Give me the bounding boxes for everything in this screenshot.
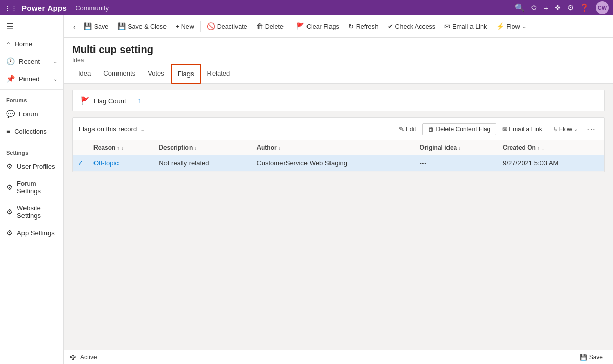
tab-votes[interactable]: Votes	[142, 64, 171, 83]
command-bar: ‹ 💾 Save 💾 Save & Close + New 🚫 Deactiva…	[64, 15, 613, 38]
avatar[interactable]: CW	[596, 1, 609, 14]
top-nav: ⋮⋮ Power Apps Community 🔍 ✩ + ❖ ⚙ ❓ CW	[0, 0, 613, 15]
tabs: Idea Comments Votes Flags Related	[64, 64, 613, 84]
separator-2	[290, 21, 290, 32]
description-sort-icon: ↓	[194, 145, 197, 151]
email-link-button[interactable]: ✉ Email a Link	[440, 20, 491, 33]
hamburger-icon[interactable]: ☰	[0, 17, 63, 35]
flags-table: Reason ↑ ↓ Description ↓	[73, 140, 604, 172]
sidebar-label-recent: Recent	[19, 58, 49, 65]
th-checkbox	[73, 140, 88, 155]
subgrid: Flags on this record ⌄ ✎ Edit 🗑 Delete C…	[72, 117, 605, 172]
th-description[interactable]: Description ↓	[154, 140, 251, 155]
user-profiles-icon: ⚙	[6, 162, 13, 171]
reason-link[interactable]: Off-topic	[93, 159, 119, 167]
tab-idea[interactable]: Idea	[72, 64, 97, 83]
check-mark-icon: ✓	[78, 159, 83, 167]
content-area: ‹ 💾 Save 💾 Save & Close + New 🚫 Deactiva…	[64, 15, 613, 364]
sidebar-item-forum[interactable]: 💬 Forum	[0, 105, 63, 123]
forum-settings-icon: ⚙	[6, 183, 13, 191]
table-body: ✓ Off-topic Not really related CustomerS…	[73, 155, 604, 172]
check-access-button[interactable]: ✔ Check Access	[384, 20, 440, 33]
back-button[interactable]: ‹	[70, 20, 79, 33]
th-reason[interactable]: Reason ↑ ↓	[88, 140, 154, 155]
filter-icon[interactable]: ❖	[554, 3, 561, 12]
save-close-button[interactable]: 💾 Save & Close	[113, 20, 171, 33]
grid-icon[interactable]: ⋮⋮	[4, 4, 17, 12]
favorites-icon[interactable]: ✩	[531, 3, 537, 12]
delete-content-flag-icon: 🗑	[428, 126, 434, 133]
delete-content-flag-button[interactable]: 🗑 Delete Content Flag	[422, 123, 497, 135]
top-nav-right: 🔍 ✩ + ❖ ⚙ ❓ CW	[515, 1, 609, 14]
separator-1	[200, 21, 201, 32]
add-icon[interactable]: +	[544, 4, 548, 12]
sidebar-item-collections[interactable]: ≡ Collections	[0, 123, 63, 140]
sidebar-item-pinned[interactable]: 📌 Pinned ⌄	[0, 70, 63, 87]
clear-flags-icon: 🚩	[296, 22, 304, 30]
expand-icon[interactable]: ⧾	[70, 354, 76, 361]
home-icon: ⌂	[6, 40, 10, 48]
refresh-button[interactable]: ↻ Refresh	[344, 20, 383, 33]
flow-chevron-icon: ⌄	[522, 23, 526, 29]
clear-flags-button[interactable]: 🚩 Clear Flags	[292, 20, 343, 33]
sidebar-item-user-profiles[interactable]: ⚙ User Profiles	[0, 158, 63, 175]
deactivate-button[interactable]: 🚫 Deactivate	[203, 20, 251, 33]
subgrid-title-chevron-icon[interactable]: ⌄	[140, 126, 145, 132]
subgrid-flow-chevron-icon: ⌄	[574, 126, 578, 132]
pinned-chevron-icon: ⌄	[53, 76, 57, 82]
sidebar-label-website-settings: Website Settings	[17, 204, 57, 220]
author-sort-icon: ↓	[278, 145, 281, 151]
collections-icon: ≡	[6, 127, 10, 135]
sidebar-label-forum-settings: Forum Settings	[17, 180, 57, 195]
delete-icon: 🗑	[256, 22, 263, 30]
new-button[interactable]: + New	[172, 20, 198, 33]
check-access-icon: ✔	[388, 22, 393, 30]
subgrid-edit-button[interactable]: ✎ Edit	[395, 124, 420, 135]
refresh-icon: ↻	[348, 22, 354, 30]
page-header: Multi cup setting Idea	[64, 38, 613, 64]
page-title: Multi cup setting	[72, 44, 605, 56]
tab-content: 🚩 Flag Count 1 Flags on this record ⌄ ✎ …	[64, 84, 613, 350]
cell-original-idea: ---	[415, 155, 498, 172]
app-settings-icon: ⚙	[6, 229, 13, 237]
sidebar-label-user-profiles: User Profiles	[17, 163, 57, 171]
flag-count-card: 🚩 Flag Count 1	[72, 90, 605, 111]
recent-icon: 🕐	[6, 57, 15, 65]
app-name: Power Apps	[21, 4, 67, 12]
subgrid-email-link-button[interactable]: ✉ Email a Link	[498, 124, 546, 135]
sidebar-item-recent[interactable]: 🕐 Recent ⌄	[0, 53, 63, 70]
subgrid-more-button[interactable]: ⋯	[584, 122, 598, 136]
tab-comments[interactable]: Comments	[97, 64, 142, 83]
tab-related[interactable]: Related	[201, 64, 237, 83]
th-author[interactable]: Author ↓	[251, 140, 414, 155]
help-icon[interactable]: ❓	[580, 3, 590, 12]
sidebar-item-forum-settings[interactable]: ⚙ Forum Settings	[0, 175, 63, 200]
sidebar-item-website-settings[interactable]: ⚙ Website Settings	[0, 200, 63, 224]
created-on-sort-asc-icon: ↑	[537, 145, 540, 151]
table-row[interactable]: ✓ Off-topic Not really related CustomerS…	[73, 155, 604, 172]
save-icon: 💾	[84, 22, 92, 30]
sidebar-item-home[interactable]: ⌂ Home	[0, 35, 63, 53]
created-on-sort-desc-icon: ↓	[541, 145, 544, 151]
sidebar-item-app-settings[interactable]: ⚙ App Settings	[0, 224, 63, 241]
search-icon[interactable]: 🔍	[515, 3, 525, 12]
subgrid-flow-icon: ↳	[553, 126, 558, 133]
status-save-icon: 💾	[580, 354, 587, 361]
recent-chevron-icon: ⌄	[53, 59, 57, 64]
reason-sort-desc-icon: ↓	[121, 145, 124, 151]
subgrid-email-link-icon: ✉	[502, 126, 507, 133]
settings-icon[interactable]: ⚙	[567, 3, 574, 12]
tab-flags[interactable]: Flags	[171, 64, 201, 84]
status-save-button[interactable]: 💾 Save	[576, 352, 607, 362]
forum-icon: 💬	[6, 110, 15, 118]
sidebar: ☰ ⌂ Home 🕐 Recent ⌄ 📌 Pinned ⌄ Forums 💬 …	[0, 15, 64, 364]
subgrid-flow-button[interactable]: ↳ Flow ⌄	[549, 124, 582, 135]
original-idea-sort-icon: ↓	[458, 145, 461, 151]
deactivate-icon: 🚫	[207, 22, 215, 30]
flow-button[interactable]: ⚡ Flow ⌄	[492, 20, 530, 33]
th-original-idea[interactable]: Original idea ↓	[415, 140, 498, 155]
save-button[interactable]: 💾 Save	[80, 20, 113, 33]
flag-count-icon: 🚩	[81, 96, 89, 105]
th-created-on[interactable]: Created On ↑ ↓	[498, 140, 604, 155]
delete-button[interactable]: 🗑 Delete	[252, 20, 288, 33]
